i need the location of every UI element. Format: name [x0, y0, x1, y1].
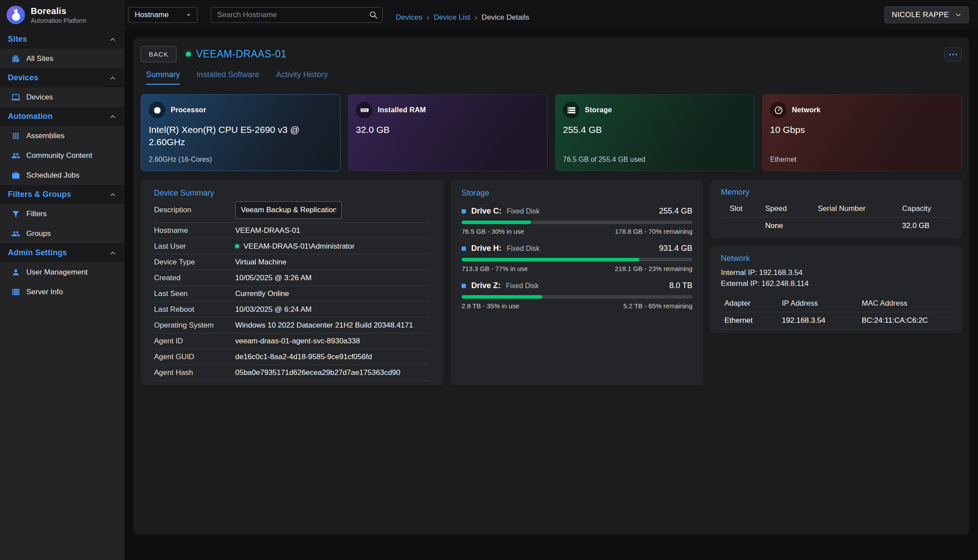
summary-value: VEEAM-DRAAS-01\Administrator	[244, 242, 355, 251]
sidebar-section-automation[interactable]: Automation	[0, 107, 125, 126]
stat-card-processor: Processor Intel(R) Xeon(R) CPU E5-2690 v…	[141, 94, 340, 171]
summary-value: 10/05/2025 @ 3:26 AM	[235, 274, 312, 282]
stat-card-sub: 76.5 GB of 255.4 GB used	[563, 156, 747, 164]
user-name: NICOLE RAPPE	[892, 11, 949, 19]
sidebar-item-server-info[interactable]: Server Info	[0, 282, 125, 302]
column-header: Capacity	[902, 204, 951, 213]
drive-size: 8.0 TB	[669, 281, 692, 290]
tab-installed-software[interactable]: Installed Software	[197, 70, 259, 85]
sidebar-item-label: Groups	[26, 229, 51, 238]
panels-row: Device Summary Description Hostname VEEA…	[141, 180, 962, 385]
description-input[interactable]	[235, 201, 342, 219]
chevron-up-icon	[109, 113, 117, 121]
memory-table-row: None 32.0 GB	[721, 218, 951, 235]
summary-row-agent-hash: Agent Hash 05ba0e7935171d626ecea29b27d7a…	[154, 365, 430, 381]
network-speed-icon	[770, 102, 787, 118]
sidebar-item-community-content[interactable]: Community Content	[0, 146, 125, 165]
summary-row-agent-id: Agent ID veeam-draas-01-agent-svc-8930a3…	[154, 333, 430, 349]
sidebar-section-filters-groups[interactable]: Filters & Groups	[0, 185, 125, 204]
sidebar: Borealis Automation Platform Sites All S…	[0, 0, 125, 560]
sidebar-item-label: All Sites	[26, 54, 53, 63]
summary-value: veeam-draas-01-agent-svc-8930a338	[235, 337, 360, 346]
summary-label: Agent Hash	[154, 368, 235, 377]
user-management-icon	[11, 268, 20, 277]
stat-card-value: Intel(R) Xeon(R) CPU E5-2690 v3 @ 2.60GH…	[149, 124, 333, 149]
network-ip: 192.168.3.54	[782, 316, 862, 325]
column-header: IP Address	[782, 299, 862, 308]
stat-cards-row: Processor Intel(R) Xeon(R) CPU E5-2690 v…	[141, 94, 962, 171]
summary-row-device-type: Device Type Virtual Machine	[154, 254, 430, 270]
network-panel-title: Network	[721, 254, 951, 263]
filter-icon	[11, 210, 20, 218]
sidebar-item-user-management[interactable]: User Management	[0, 262, 125, 282]
network-table-header: Adapter IP Address MAC Address	[721, 295, 951, 312]
sidebar-item-assemblies[interactable]: Assemblies	[0, 126, 125, 146]
drive-used-text: 76.5 GB - 30% in use	[462, 228, 524, 235]
server-icon	[11, 288, 20, 296]
drive-usage-bar	[462, 258, 692, 261]
drive-remaining-text: 218.1 GB - 23% remaining	[615, 265, 692, 272]
online-status-dot	[186, 52, 191, 57]
summary-label: Description	[154, 206, 235, 214]
device-title: VEEAM-DRAAS-01	[196, 48, 287, 60]
external-ip-value: 162.248.8.114	[762, 279, 809, 288]
summary-label: Created	[154, 274, 235, 282]
search-icon[interactable]	[369, 11, 378, 19]
summary-label: Operating System	[154, 321, 235, 330]
app-root: Borealis Automation Platform Sites All S…	[0, 0, 978, 560]
column-header: MAC Address	[862, 299, 951, 308]
sidebar-section-devices[interactable]: Devices	[0, 68, 125, 87]
app-subtitle: Automation Platform	[31, 17, 86, 24]
user-menu-button[interactable]: NICOLE RAPPE	[885, 7, 969, 23]
grid-icon	[11, 132, 20, 140]
drive-name: Drive Z:	[471, 281, 501, 290]
drive-name: Drive C:	[471, 207, 502, 216]
search-input[interactable]	[217, 11, 369, 19]
groups-icon	[11, 229, 20, 238]
sidebar-item-label: Scheduled Jobs	[26, 171, 79, 180]
breadcrumb: Devices › Device List › Device Details	[396, 13, 529, 22]
storage-panel: Storage Drive C: Fixed Disk 255.4 GB 76.…	[451, 180, 703, 385]
section-label: Automation	[8, 112, 53, 121]
drive-bullet-icon	[462, 284, 466, 288]
breadcrumb-device-list[interactable]: Device List	[433, 13, 470, 22]
tab-summary[interactable]: Summary	[146, 70, 180, 85]
stat-card-value: 32.0 GB	[356, 124, 540, 136]
summary-value: VEEAM-DRAAS-01	[235, 226, 300, 235]
column-header: Speed	[765, 204, 818, 213]
people-icon	[11, 151, 20, 160]
drive-bullet-icon	[462, 246, 466, 251]
memory-capacity: 32.0 GB	[902, 221, 951, 230]
drive-size: 255.4 GB	[659, 207, 692, 216]
breadcrumb-devices[interactable]: Devices	[396, 13, 422, 22]
sidebar-section-admin-settings[interactable]: Admin Settings	[0, 243, 125, 262]
search-box	[211, 7, 383, 23]
sidebar-item-groups[interactable]: Groups	[0, 224, 125, 243]
sidebar-item-all-sites[interactable]: All Sites	[0, 49, 125, 68]
laptop-icon	[11, 93, 20, 102]
summary-value: Windows 10 2022 Datacenter 21H2 Build 20…	[235, 321, 413, 330]
drive-usage-fill	[462, 221, 531, 224]
chevron-up-icon	[109, 191, 117, 199]
device-summary-title: Device Summary	[154, 189, 430, 198]
back-button[interactable]: BACK	[141, 46, 176, 62]
storage-panel-title: Storage	[462, 189, 692, 198]
stat-card-value: 255.4 GB	[563, 124, 747, 136]
logo-text: Borealis Automation Platform	[31, 6, 86, 24]
sidebar-section-sites[interactable]: Sites	[0, 30, 125, 49]
more-actions-button[interactable]: ⋯	[944, 47, 962, 61]
network-panel: Network Internal IP: 192.168.3.54 Extern…	[710, 246, 962, 333]
sidebar-item-devices[interactable]: Devices	[0, 87, 125, 107]
tab-activity-history[interactable]: Activity History	[276, 70, 328, 85]
summary-label: Device Type	[154, 258, 235, 267]
memory-panel-title: Memory	[721, 188, 951, 197]
sidebar-item-filters[interactable]: Filters	[0, 204, 125, 224]
drive-c: Drive C: Fixed Disk 255.4 GB 76.5 GB - 3…	[462, 207, 692, 235]
caret-down-icon	[185, 11, 193, 19]
cpu-icon	[149, 102, 165, 118]
chevron-down-icon	[954, 11, 962, 19]
drive-type: Fixed Disk	[507, 245, 540, 253]
section-label: Sites	[8, 35, 27, 44]
sidebar-item-scheduled-jobs[interactable]: Scheduled Jobs	[0, 165, 125, 185]
hostname-filter-select[interactable]: Hostname	[128, 7, 197, 23]
